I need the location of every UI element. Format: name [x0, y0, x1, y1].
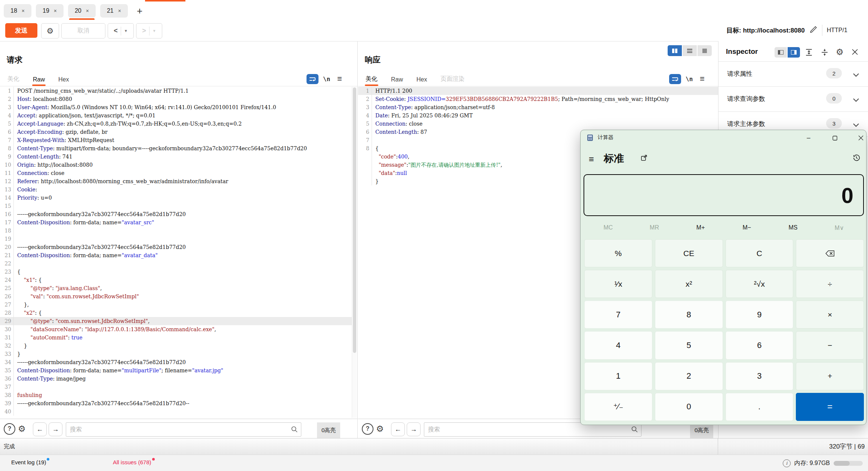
cancel-button[interactable]: 取消: [61, 23, 105, 39]
calc-button-⁺∕₋[interactable]: ⁺∕₋: [584, 393, 652, 421]
collapse-all-icon[interactable]: [821, 49, 828, 58]
calculator-titlebar[interactable]: 计算器 –: [581, 130, 866, 146]
close-tab-icon[interactable]: ×: [22, 8, 25, 14]
history-back-button[interactable]: < ▼: [108, 23, 134, 39]
calculator-display[interactable]: 0: [584, 174, 864, 216]
calc-button-2[interactable]: 2: [655, 362, 723, 390]
calc-button-4[interactable]: 4: [584, 331, 652, 359]
search-input[interactable]: [66, 423, 301, 436]
memory-button-MS[interactable]: MS: [770, 222, 816, 234]
close-tab-icon[interactable]: ×: [54, 8, 57, 14]
keep-on-top-icon[interactable]: [640, 154, 648, 163]
tab-beautify[interactable]: 美化: [7, 75, 19, 86]
layout-split-horizontal-icon[interactable]: [683, 45, 697, 56]
session-tab-18[interactable]: 18×: [4, 4, 31, 18]
back-dropdown-icon[interactable]: ▼: [121, 29, 131, 33]
inspector-section-request-attributes[interactable]: 请求属性 2: [718, 61, 868, 87]
inspector-section-query-params[interactable]: 请求查询参数 0: [718, 86, 868, 112]
edit-pencil-icon[interactable]: [809, 25, 818, 35]
session-tab-19[interactable]: 19×: [36, 4, 64, 18]
calc-button-¹∕x[interactable]: ¹∕x: [584, 270, 652, 298]
expand-all-icon[interactable]: [805, 49, 813, 58]
word-wrap-icon[interactable]: [669, 74, 681, 84]
calc-button-5[interactable]: 5: [655, 331, 723, 359]
memory-button-M+[interactable]: M+: [677, 222, 724, 234]
calc-button-%[interactable]: %: [584, 239, 652, 267]
calc-button-6[interactable]: 6: [726, 331, 794, 359]
newline-icon[interactable]: \n: [323, 76, 330, 83]
calc-button-÷[interactable]: ÷: [796, 270, 864, 298]
newline-icon[interactable]: \n: [686, 76, 693, 83]
code-line: 10Origin: http://localhost:8080: [0, 161, 352, 169]
send-settings-button[interactable]: ⚙: [41, 23, 59, 39]
next-match-button[interactable]: →: [407, 422, 421, 436]
tab-raw[interactable]: Raw: [33, 76, 45, 86]
prev-match-button[interactable]: ←: [391, 422, 405, 436]
calc-button-backspace[interactable]: [796, 239, 864, 267]
nav-menu-icon[interactable]: ≡: [589, 154, 594, 164]
calc-button-9[interactable]: 9: [726, 301, 794, 329]
layout-split-vertical-icon[interactable]: [668, 45, 682, 56]
dock-left-icon[interactable]: [775, 47, 787, 58]
all-issues-button[interactable]: All issues (678): [113, 459, 155, 465]
session-tab-21[interactable]: 21×: [100, 4, 128, 18]
history-forward-button[interactable]: > ▼: [136, 23, 162, 39]
close-tab-icon[interactable]: ×: [86, 8, 89, 14]
prev-match-button[interactable]: ←: [33, 422, 47, 436]
calc-button-x²[interactable]: x²: [655, 270, 723, 298]
calc-button-CE[interactable]: CE: [655, 239, 723, 267]
request-scrollbar[interactable]: [352, 87, 357, 418]
word-wrap-icon[interactable]: [307, 74, 318, 84]
tab-beautify[interactable]: 美化: [366, 75, 378, 86]
close-tab-icon[interactable]: ×: [118, 8, 121, 14]
hamburger-menu-icon[interactable]: ≡: [337, 74, 342, 84]
calc-button-8[interactable]: 8: [655, 301, 723, 329]
calc-button-3[interactable]: 3: [726, 362, 794, 390]
calc-button-.[interactable]: .: [726, 393, 794, 421]
hamburger-menu-icon[interactable]: ≡: [700, 74, 705, 84]
calc-button-C[interactable]: C: [726, 239, 794, 267]
chevron-down-icon[interactable]: [853, 97, 859, 104]
search-settings-icon[interactable]: ⚙: [18, 422, 26, 435]
forward-dropdown-icon[interactable]: ▼: [150, 29, 159, 33]
calc-button-=[interactable]: =: [796, 393, 864, 421]
send-button[interactable]: 发送: [5, 23, 37, 38]
calc-button-²√x[interactable]: ²√x: [726, 270, 794, 298]
tab-hex[interactable]: Hex: [58, 76, 69, 86]
inspector-layout-toggle: [775, 47, 800, 58]
calc-button-−[interactable]: −: [796, 331, 864, 359]
request-editor[interactable]: 1POST /morning_cms_web_war/static/..;/up…: [0, 87, 352, 418]
tab-hex[interactable]: Hex: [416, 76, 427, 86]
minimize-button[interactable]: –: [800, 130, 817, 146]
next-match-button[interactable]: →: [49, 422, 62, 436]
chevron-down-icon[interactable]: [853, 122, 859, 129]
calc-button-×[interactable]: ×: [796, 301, 864, 329]
help-icon[interactable]: ?: [4, 422, 15, 435]
calc-button-1[interactable]: 1: [584, 362, 652, 390]
help-icon[interactable]: ?: [362, 422, 373, 435]
dock-right-icon[interactable]: [788, 47, 800, 58]
session-tab-20[interactable]: 20×: [68, 4, 96, 18]
add-tab-button[interactable]: +: [135, 5, 145, 17]
layout-single-icon[interactable]: [698, 45, 712, 56]
inspector-close-icon[interactable]: [852, 49, 858, 57]
calc-button-+[interactable]: +: [796, 362, 864, 390]
code-line: 24 "x1": {: [0, 276, 352, 284]
scrollbar-thumb[interactable]: [353, 87, 356, 353]
calc-button-0[interactable]: 0: [655, 393, 723, 421]
session-tab-bar: 18×19×20×21× +: [0, 1, 868, 20]
event-log-button[interactable]: Event log (19): [11, 459, 49, 465]
history-icon[interactable]: [852, 153, 861, 164]
panel-divider[interactable]: [357, 41, 358, 438]
tab-raw[interactable]: Raw: [391, 76, 403, 86]
tab-page-render[interactable]: 页面渲染: [440, 75, 464, 86]
memory-button-M−[interactable]: M−: [724, 222, 770, 234]
chevron-down-icon[interactable]: [853, 72, 859, 78]
memory-gauge: [834, 461, 863, 466]
maximize-button[interactable]: [827, 130, 843, 146]
calc-button-7[interactable]: 7: [584, 301, 652, 329]
inspector-settings-icon[interactable]: ⚙: [836, 47, 844, 57]
search-settings-icon[interactable]: ⚙: [376, 422, 384, 435]
response-view-tabs: 美化 Raw Hex 页面渲染: [366, 75, 464, 86]
close-button[interactable]: [853, 130, 868, 146]
